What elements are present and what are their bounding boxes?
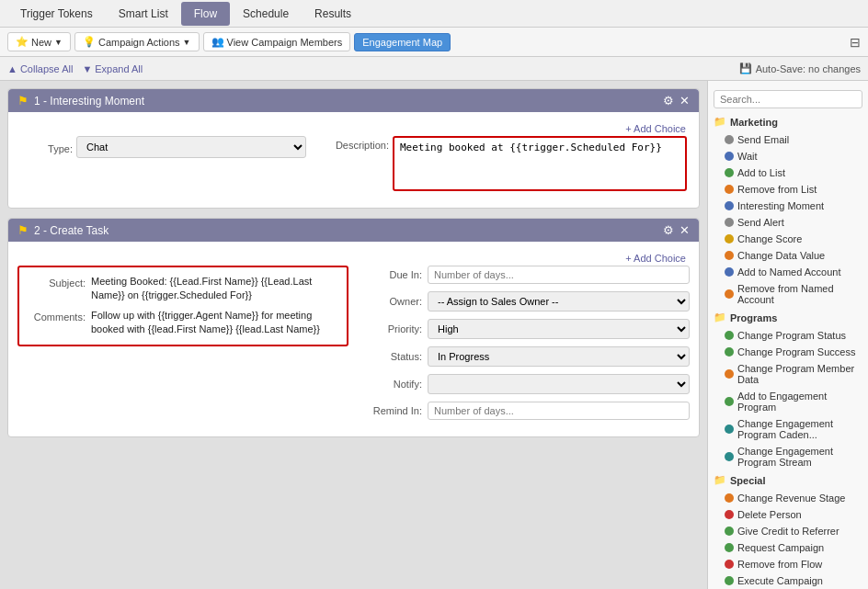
flag-icon-1: ⚑ <box>17 94 29 108</box>
execute-campaign-icon <box>725 576 734 585</box>
sidebar-item-change-score[interactable]: Change Score <box>708 231 868 247</box>
change-program-status-icon <box>725 331 734 340</box>
sidebar-item-send-alert[interactable]: Send Alert <box>708 214 868 231</box>
sidebar-section-marketing[interactable]: 📁 Marketing <box>708 112 868 131</box>
delete-person-icon <box>725 510 734 519</box>
sidebar-item-execute-campaign[interactable]: Execute Campaign <box>708 572 868 589</box>
add-choice-1[interactable]: + Add Choice <box>17 121 690 136</box>
collapse-all-link[interactable]: ▲ Collapse All <box>7 63 73 74</box>
remind-in-input[interactable] <box>428 402 690 420</box>
collapse-bar: ▲ Collapse All ▼ Expand All 💾 Auto-Save:… <box>0 57 868 81</box>
add-choice-2[interactable]: + Add Choice <box>17 251 690 266</box>
change-program-success-icon <box>725 347 734 357</box>
tab-schedule[interactable]: Schedule <box>230 2 302 26</box>
step-header-actions-2: ⚙ ✕ <box>663 223 690 237</box>
sidebar-item-change-data-value[interactable]: Change Data Value <box>708 247 868 264</box>
sidebar-item-interesting-moment[interactable]: Interesting Moment <box>708 198 868 214</box>
right-sidebar: 📁 Marketing Send Email Wait Add to List … <box>707 81 868 589</box>
toolbar: ⭐ New ▼ 💡 Campaign Actions ▼ 👥 View Camp… <box>0 28 868 57</box>
type-select[interactable]: Chat <box>76 136 306 158</box>
sidebar-item-send-email[interactable]: Send Email <box>708 131 868 148</box>
sidebar-section-programs[interactable]: 📁 Programs <box>708 308 868 327</box>
type-label: Type: <box>17 140 73 154</box>
close-icon-2[interactable]: ✕ <box>680 223 690 237</box>
sidebar-item-change-program-status[interactable]: Change Program Status <box>708 327 868 344</box>
save-icon: 💾 <box>739 62 752 74</box>
sidebar-item-remove-from-list[interactable]: Remove from List <box>708 181 868 198</box>
tab-trigger-tokens[interactable]: Trigger Tokens <box>7 2 106 26</box>
sidebar-search-input[interactable] <box>714 90 862 108</box>
new-dropdown-arrow: ▼ <box>54 38 63 47</box>
status-select[interactable]: In Progress <box>428 346 690 367</box>
task-subject-comments-group: Subject: Meeting Booked: {{Lead.First Na… <box>17 266 348 346</box>
step-body-2: + Add Choice Subject: Meeting Booked: {{… <box>8 242 699 436</box>
sidebar-section-special[interactable]: 📁 Special <box>708 470 868 490</box>
sidebar-item-change-program-member-data[interactable]: Change Program Member Data <box>708 360 868 388</box>
due-in-label: Due In: <box>363 269 428 280</box>
step-header-2: ⚑ 2 - Create Task ⚙ ✕ <box>8 219 699 242</box>
campaign-actions-button[interactable]: 💡 Campaign Actions ▼ <box>74 32 200 51</box>
interesting-moment-icon <box>725 201 734 210</box>
view-members-button[interactable]: 👥 View Campaign Members <box>203 32 351 51</box>
step-header-left-2: ⚑ 2 - Create Task <box>17 223 108 237</box>
comments-row: Comments: Follow up with {{trigger.Agent… <box>27 309 339 337</box>
sidebar-item-add-to-list[interactable]: Add to List <box>708 164 868 181</box>
comments-label: Comments: <box>27 309 91 323</box>
sidebar-item-request-campaign[interactable]: Request Campaign <box>708 539 868 556</box>
tab-flow[interactable]: Flow <box>181 2 230 26</box>
step-header-1: ⚑ 1 - Interesting Moment ⚙ ✕ <box>8 89 699 112</box>
priority-select[interactable]: High <box>428 319 690 339</box>
close-icon-1[interactable]: ✕ <box>680 94 690 108</box>
collapse-controls: ▲ Collapse All ▼ Expand All <box>7 63 143 74</box>
sidebar-item-change-engagement-stream[interactable]: Change Engagement Program Stream <box>708 443 868 470</box>
notify-label: Notify: <box>363 379 428 390</box>
change-data-value-icon <box>725 251 734 260</box>
sidebar-item-add-to-engagement-program[interactable]: Add to Engagement Program <box>708 388 868 415</box>
owner-row: Owner: -- Assign to Sales Owner -- <box>363 291 690 311</box>
engagement-map-button[interactable]: Engagement Map <box>354 33 451 51</box>
priority-label: Priority: <box>363 323 428 334</box>
change-engagement-cadence-icon <box>725 425 734 434</box>
campaign-actions-arrow: ▼ <box>183 38 191 47</box>
send-email-icon <box>725 135 734 144</box>
send-alert-icon <box>725 218 734 227</box>
add-named-account-icon <box>725 267 734 277</box>
change-score-icon <box>725 234 734 244</box>
owner-select[interactable]: -- Assign to Sales Owner -- <box>428 291 690 311</box>
marketing-folder-icon: 📁 <box>714 116 726 128</box>
task-right-fields: Due In: Owner: -- Assign to Sales Owner … <box>363 266 690 427</box>
sidebar-item-give-credit-to-referrer[interactable]: Give Credit to Referrer <box>708 523 868 539</box>
step-header-actions-1: ⚙ ✕ <box>663 94 690 108</box>
window-icon[interactable]: ⊟ <box>850 35 861 50</box>
sidebar-item-remove-from-flow[interactable]: Remove from Flow <box>708 556 868 572</box>
sidebar-item-change-revenue-stage[interactable]: Change Revenue Stage <box>708 490 868 506</box>
new-button[interactable]: ⭐ New ▼ <box>7 32 71 51</box>
description-textarea[interactable]: Meeting booked at {{trigger.Scheduled Fo… <box>393 136 687 191</box>
sidebar-item-add-to-named-account[interactable]: Add to Named Account <box>708 264 868 280</box>
add-to-list-icon <box>725 168 734 177</box>
due-in-input[interactable] <box>428 266 690 284</box>
sidebar-item-delete-person[interactable]: Delete Person <box>708 506 868 523</box>
sidebar-item-remove-from-named-account[interactable]: Remove from Named Account <box>708 280 868 308</box>
step-card-create-task: ⚑ 2 - Create Task ⚙ ✕ + Add Choice Subje… <box>7 218 700 437</box>
tab-results[interactable]: Results <box>302 2 364 26</box>
view-members-icon: 👥 <box>211 36 224 48</box>
notify-select[interactable] <box>428 374 690 394</box>
step-body-1: + Add Choice Type: Chat Description: Mee… <box>8 112 699 208</box>
due-in-row: Due In: <box>363 266 690 284</box>
sidebar-item-change-program-success[interactable]: Change Program Success <box>708 344 868 360</box>
expand-all-link[interactable]: ▼ Expand All <box>82 63 143 74</box>
expand-icon: ▼ <box>82 63 92 74</box>
gear-icon-2[interactable]: ⚙ <box>663 223 674 237</box>
flag-icon-2: ⚑ <box>17 223 29 237</box>
interesting-moment-form: Type: Chat Description: Meeting booked a… <box>17 136 690 191</box>
notify-row: Notify: <box>363 374 690 394</box>
tab-smart-list[interactable]: Smart List <box>106 2 181 26</box>
gear-icon-1[interactable]: ⚙ <box>663 94 674 108</box>
change-revenue-stage-icon <box>725 493 734 503</box>
sidebar-item-wait[interactable]: Wait <box>708 148 868 164</box>
sidebar-item-change-engagement-cadence[interactable]: Change Engagement Program Caden... <box>708 415 868 443</box>
owner-label: Owner: <box>363 296 428 307</box>
remind-in-label: Remind In: <box>363 405 428 416</box>
give-credit-referrer-icon <box>725 527 734 536</box>
